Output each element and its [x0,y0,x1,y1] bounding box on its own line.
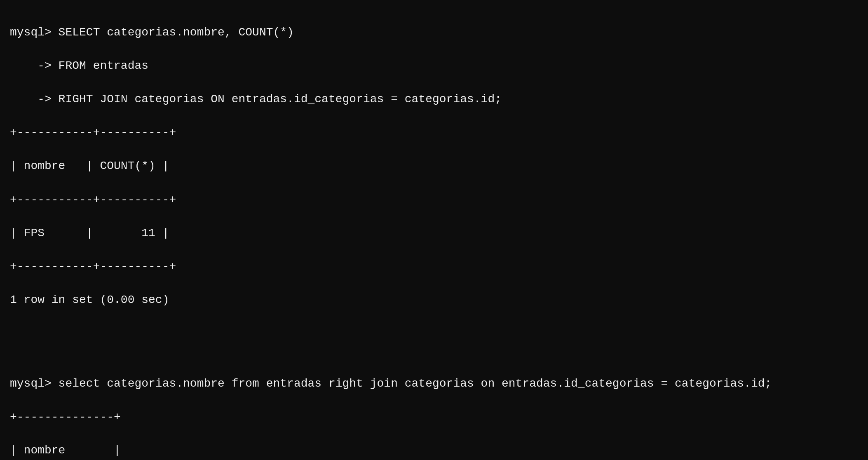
block1-sep1: +-----------+----------+ [10,126,176,139]
terminal-output: mysql> SELECT categorias.nombre, COUNT(*… [10,7,858,460]
block1-line3: -> RIGHT JOIN categorias ON entradas.id_… [10,93,502,106]
block1-rowcount: 1 row in set (0.00 sec) [10,293,169,306]
block2-sep1: +--------------+ [10,411,121,423]
block2-header: | nombre | [10,444,121,457]
block1-sep2: +-----------+----------+ [10,193,176,206]
block1-line2: -> FROM entradas [10,59,148,72]
block1-row1: | FPS | 11 | [10,227,169,239]
block1-line1: mysql> SELECT categorias.nombre, COUNT(*… [10,26,294,39]
block2-line1: mysql> select categorias.nombre from ent… [10,377,772,390]
block1-sep3: +-----------+----------+ [10,260,176,273]
block1-header: | nombre | COUNT(*) | [10,160,169,172]
